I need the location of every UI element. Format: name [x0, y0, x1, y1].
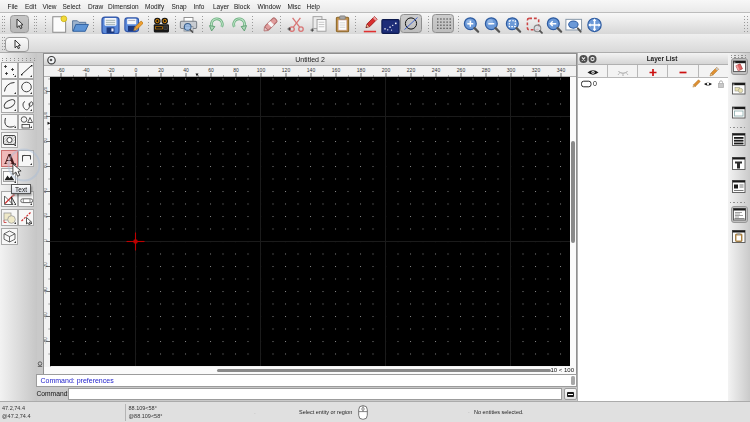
svg-text:220: 220 [407, 67, 416, 73]
svg-text:-20: -20 [44, 262, 48, 269]
svg-text:160: 160 [332, 67, 341, 73]
svg-text:40: 40 [44, 188, 48, 194]
svg-text:140: 140 [307, 67, 316, 73]
svg-text:320: 320 [532, 67, 541, 73]
svg-text:240: 240 [432, 67, 441, 73]
svg-text:180: 180 [357, 67, 366, 73]
svg-text:40: 40 [183, 67, 189, 73]
svg-text:-60: -60 [44, 312, 48, 319]
svg-text:20: 20 [44, 213, 48, 219]
svg-text:300: 300 [507, 67, 516, 73]
svg-text:20: 20 [158, 67, 164, 73]
svg-text:-80: -80 [44, 337, 48, 344]
svg-text:280: 280 [482, 67, 491, 73]
svg-text:120: 120 [44, 86, 48, 94]
svg-text:80: 80 [44, 138, 48, 144]
svg-text:260: 260 [457, 67, 466, 73]
svg-text:-60: -60 [57, 67, 64, 73]
svg-text:-40: -40 [44, 287, 48, 294]
svg-text:200: 200 [382, 67, 391, 73]
svg-text:100: 100 [44, 111, 48, 119]
svg-text:120: 120 [282, 67, 291, 73]
svg-text:60: 60 [44, 163, 48, 169]
svg-text:340: 340 [557, 67, 566, 73]
svg-text:0: 0 [44, 239, 48, 242]
svg-text:-40: -40 [82, 67, 89, 73]
svg-text:0: 0 [135, 67, 138, 73]
svg-text:100: 100 [257, 67, 266, 73]
svg-text:-20: -20 [107, 67, 114, 73]
svg-text:60: 60 [208, 67, 214, 73]
svg-text:80: 80 [233, 67, 239, 73]
